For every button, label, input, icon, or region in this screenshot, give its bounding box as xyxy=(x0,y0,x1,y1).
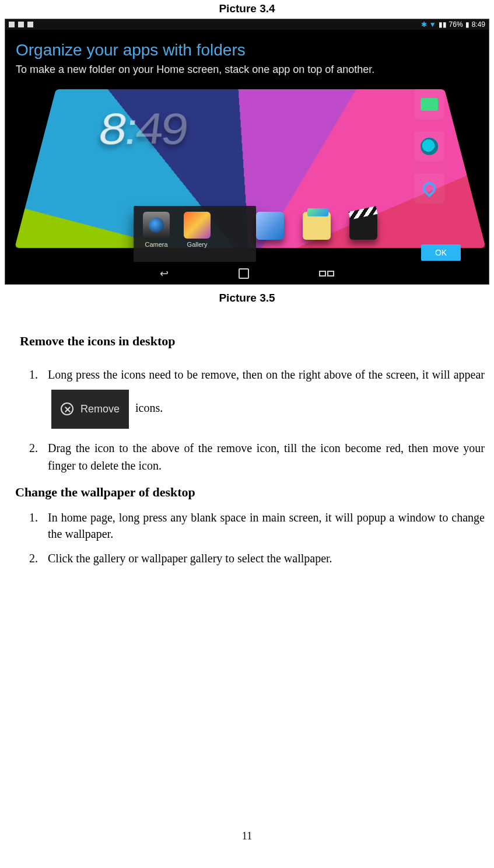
battery-pct: 76% xyxy=(449,20,463,29)
wallpaper-step-2: Click the gallery or wallpaper gallery t… xyxy=(41,550,485,566)
battery-icon: ▮ xyxy=(465,20,470,29)
remove-label: Remove xyxy=(80,396,120,423)
wifi-icon: ▼ xyxy=(429,20,436,29)
back-icon[interactable] xyxy=(160,267,169,280)
wallpaper-steps-list: In home page, long press any blank space… xyxy=(41,509,485,566)
caption-mid: Picture 3.5 xyxy=(5,292,489,304)
remove-step-2: Drag the icon to the above of the remove… xyxy=(41,439,485,474)
banner-subtitle: To make a new folder on your Home screen… xyxy=(16,64,478,76)
folder-app-camera[interactable]: Camera xyxy=(143,212,170,257)
app-label: Camera xyxy=(145,241,167,248)
phone-app[interactable] xyxy=(414,173,444,204)
caption-top: Picture 3.4 xyxy=(5,2,489,15)
phone-icon xyxy=(420,179,438,197)
banner-title: Organize your apps with folders xyxy=(16,40,478,60)
app-label: Gallery xyxy=(187,241,208,248)
nav-bar xyxy=(5,263,489,284)
right-app-rail xyxy=(412,89,447,204)
signal-icon: ▮▮ xyxy=(439,20,447,29)
camera-icon xyxy=(143,212,170,239)
video-clapper-icon[interactable] xyxy=(349,212,377,240)
message-icon xyxy=(421,98,438,111)
recent-apps-icon[interactable] xyxy=(319,271,334,276)
step-text: icons. xyxy=(135,401,163,414)
page-number: 11 xyxy=(0,830,494,842)
wallpaper-step-1: In home page, long press any blank space… xyxy=(41,509,485,542)
ok-button[interactable]: OK xyxy=(421,244,461,261)
status-bar: ✱ ▼ ▮▮ 76% ▮ 8:49 xyxy=(5,19,489,30)
folder-app-gallery[interactable]: Gallery xyxy=(184,212,211,257)
notif-icon xyxy=(18,22,24,27)
thumbnail-icon[interactable] xyxy=(256,212,284,240)
gallery-icon xyxy=(184,212,211,239)
music-icon xyxy=(421,138,438,155)
notif-icon xyxy=(9,22,15,27)
desktop-icons-row xyxy=(256,212,377,240)
messaging-app[interactable] xyxy=(414,89,444,120)
step-text: Long press the icons need to be remove, … xyxy=(48,368,485,381)
section-wallpaper-heading: Change the wallpaper of desktop xyxy=(15,485,474,500)
home-icon[interactable] xyxy=(239,268,249,279)
status-time: 8:49 xyxy=(472,20,485,29)
music-app[interactable] xyxy=(414,131,444,162)
tip-banner: Organize your apps with folders To make … xyxy=(5,30,489,84)
remove-step-1: Long press the icons need to be remove, … xyxy=(41,359,485,429)
bluetooth-icon: ✱ xyxy=(421,20,427,29)
remove-steps-list: Long press the icons need to be remove, … xyxy=(41,359,485,474)
notif-icon xyxy=(27,22,33,27)
close-icon xyxy=(61,402,73,415)
remove-badge: Remove xyxy=(51,390,129,429)
section-remove-heading: Remove the icons in desktop xyxy=(20,334,474,349)
folder-popup[interactable]: Camera Gallery xyxy=(134,206,256,262)
file-manager-icon[interactable] xyxy=(303,212,331,240)
screenshot-figure: ✱ ▼ ▮▮ 76% ▮ 8:49 Organize your apps wit… xyxy=(5,19,489,285)
clock-widget: 8:49 xyxy=(95,104,188,155)
